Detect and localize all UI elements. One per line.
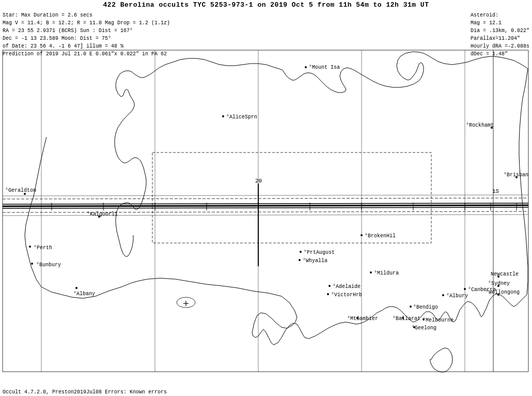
- info-left-line4: Dec = -1 13 23.589 Moon: Dist = 75°: [3, 35, 170, 42]
- svg-text:°Wollongong: °Wollongong: [486, 290, 520, 295]
- svg-point-58: [328, 285, 331, 287]
- info-right-line1: Asteroid:: [471, 11, 529, 19]
- svg-rect-0: [3, 50, 528, 372]
- svg-text:°Perth: °Perth: [34, 245, 52, 251]
- info-left-line2: Mag V = 11.4; B = 12.2; R = 11.0 Mag Dro…: [3, 19, 170, 27]
- svg-point-62: [442, 294, 444, 296]
- svg-text:20: 20: [255, 178, 262, 184]
- svg-line-10: [3, 205, 528, 206]
- svg-line-8: [3, 203, 528, 204]
- svg-text:°Melbourne: °Melbourne: [423, 317, 453, 323]
- svg-rect-7: [152, 153, 431, 243]
- svg-text:°Ballarat: °Ballarat: [393, 316, 420, 322]
- svg-text:°PrtAugust: °PrtAugust: [304, 250, 335, 255]
- svg-text:°Albany: °Albany: [73, 291, 95, 297]
- title-bar: 422 Berolina occults TYC 5253-973-1 on 2…: [0, 1, 532, 9]
- svg-text:°Albury: °Albury: [446, 293, 468, 299]
- svg-text:°Adelaide: °Adelaide: [333, 284, 361, 290]
- svg-point-44: [29, 246, 31, 248]
- svg-point-50: [300, 251, 302, 253]
- svg-text:°Kalgoorli: °Kalgoorli: [87, 211, 118, 217]
- map-area: 20 1S °Mount Isa °AliceSprn °Rockhamt °B…: [0, 49, 532, 375]
- svg-point-56: [370, 271, 372, 273]
- svg-text:°Whyalla: °Whyalla: [303, 258, 327, 264]
- svg-line-12: [3, 211, 528, 212]
- svg-line-11: [3, 198, 528, 199]
- svg-point-60: [327, 293, 329, 295]
- svg-point-54: [361, 234, 363, 236]
- svg-text:Newcastle: Newcastle: [491, 271, 519, 277]
- svg-point-64: [464, 288, 466, 290]
- info-right-line3: Dia = .13km, 0.022": [471, 27, 529, 35]
- svg-text:°Bunbury: °Bunbury: [36, 262, 61, 268]
- svg-line-9: [3, 207, 528, 208]
- svg-point-46: [31, 263, 33, 265]
- footer-text: Occult 4.7.2.0, Preston2019Jul08 Errors:…: [3, 389, 167, 395]
- info-left-line1: Star: Max Duration = 2.6 secs: [3, 11, 170, 19]
- svg-text:°Mildura: °Mildura: [374, 270, 399, 276]
- svg-point-32: [305, 66, 307, 68]
- svg-text:°Bendigo: °Bendigo: [413, 304, 438, 310]
- map-svg: 20 1S °Mount Isa °AliceSprn °Rockhamt °B…: [0, 49, 532, 375]
- svg-text:°Geelong: °Geelong: [412, 325, 436, 331]
- svg-text:°Mount Isa: °Mount Isa: [309, 65, 340, 70]
- svg-point-34: [222, 115, 224, 117]
- svg-text:°AliceSprn: °AliceSprn: [226, 114, 257, 120]
- svg-point-66: [410, 306, 412, 308]
- main-container: 422 Berolina occults TYC 5253-973-1 on 2…: [0, 0, 532, 396]
- svg-text:°VictorHrb: °VictorHrb: [331, 292, 362, 298]
- svg-line-14: [3, 215, 528, 216]
- svg-point-52: [299, 259, 301, 261]
- svg-text:1S: 1S: [492, 188, 499, 194]
- footer: Occult 4.7.2.0, Preston2019Jul08 Errors:…: [3, 389, 167, 395]
- svg-text:°Brisban: °Brisban: [504, 172, 528, 178]
- info-left-line3: RA = 23 55 2.9371 (BCRS) Sun : Dist = 16…: [3, 27, 170, 35]
- svg-text:°Geraldton: °Geraldton: [5, 188, 36, 193]
- info-right-line2: Mag = 12.1: [471, 19, 529, 27]
- title-text: 422 Berolina occults TYC 5253-973-1 on 2…: [103, 1, 429, 9]
- svg-text:°Sydney: °Sydney: [488, 281, 510, 286]
- svg-text:°MtGambier: °MtGambier: [347, 316, 378, 322]
- svg-text:°BrokenHil: °BrokenHil: [365, 233, 396, 239]
- svg-line-13: [3, 195, 528, 196]
- svg-text:°Rockhamt: °Rockhamt: [466, 123, 494, 128]
- info-right-line4: Parallax=11.204": [471, 35, 529, 42]
- svg-point-48: [75, 287, 77, 289]
